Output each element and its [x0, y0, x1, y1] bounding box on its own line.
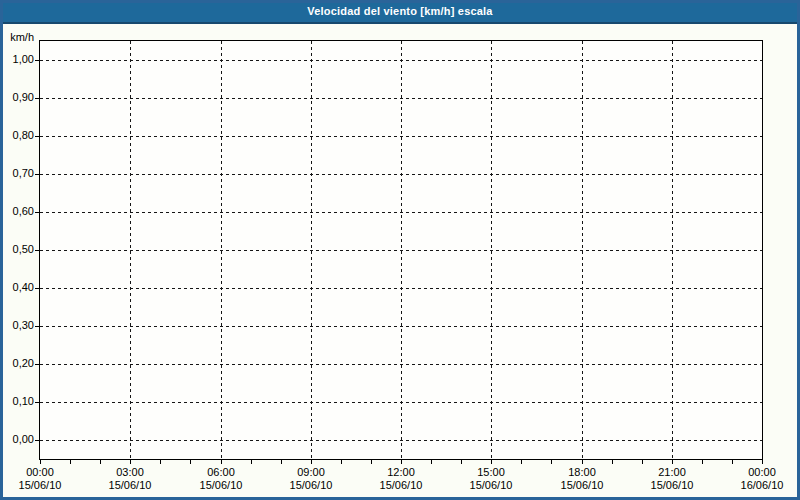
y-tick-mark	[35, 364, 39, 365]
y-tick-label: 0,00	[0, 433, 34, 446]
y-tick-label: 1,00	[0, 53, 34, 66]
x-tick-time-label: 18:00	[547, 466, 617, 478]
x-tick-mark	[70, 460, 71, 464]
x-tick-date-label: 15/06/10	[95, 479, 165, 491]
y-tick-label: 0,40	[0, 281, 34, 294]
plot-area	[39, 40, 763, 460]
y-tick-mark	[35, 288, 39, 289]
x-tick-mark	[551, 460, 552, 464]
x-tick-date-label: 15/06/10	[5, 479, 75, 491]
y-tick-label: 0,10	[0, 395, 34, 408]
chart-title-bar: Velocidad del viento [km/h] escala	[0, 0, 800, 24]
x-tick-mark	[732, 460, 733, 464]
x-tick-time-label: 06:00	[186, 466, 256, 478]
y-tick-mark	[35, 212, 39, 213]
x-tick-mark	[221, 460, 222, 464]
x-tick-mark	[341, 460, 342, 464]
x-tick-mark	[401, 460, 402, 464]
x-tick-mark	[762, 460, 763, 464]
y-tick-mark	[35, 402, 39, 403]
x-tick-time-label: 00:00	[727, 466, 797, 478]
x-gridline	[672, 41, 673, 459]
x-tick-mark	[281, 460, 282, 464]
x-gridline	[582, 41, 583, 459]
y-tick-label: 0,90	[0, 91, 34, 104]
x-tick-date-label: 16/06/10	[727, 479, 797, 491]
y-tick-label: 0,70	[0, 167, 34, 180]
x-tick-mark	[642, 460, 643, 464]
y-tick-mark	[35, 136, 39, 137]
y-tick-mark	[35, 98, 39, 99]
x-gridline	[130, 41, 131, 459]
x-tick-mark	[40, 460, 41, 464]
x-tick-date-label: 15/06/10	[637, 479, 707, 491]
y-tick-mark	[35, 60, 39, 61]
y-tick-mark	[35, 326, 39, 327]
chart-title: Velocidad del viento [km/h] escala	[307, 5, 492, 17]
x-tick-mark	[100, 460, 101, 464]
x-tick-mark	[461, 460, 462, 464]
y-tick-mark	[35, 250, 39, 251]
x-tick-mark	[672, 460, 673, 464]
y-tick-label: 0,80	[0, 129, 34, 142]
x-tick-date-label: 15/06/10	[547, 479, 617, 491]
y-axis-unit-label: km/h	[0, 31, 34, 44]
x-tick-mark	[612, 460, 613, 464]
x-tick-mark	[431, 460, 432, 464]
x-tick-mark	[130, 460, 131, 464]
y-tick-label: 0,60	[0, 205, 34, 218]
x-tick-mark	[160, 460, 161, 464]
x-gridline	[491, 41, 492, 459]
x-gridline	[311, 41, 312, 459]
x-tick-mark	[311, 460, 312, 464]
y-tick-mark	[35, 174, 39, 175]
x-gridline	[221, 41, 222, 459]
x-tick-time-label: 21:00	[637, 466, 707, 478]
x-tick-mark	[521, 460, 522, 464]
x-tick-date-label: 15/06/10	[276, 479, 346, 491]
x-tick-time-label: 15:00	[456, 466, 526, 478]
x-tick-mark	[251, 460, 252, 464]
y-tick-label: 0,50	[0, 243, 34, 256]
x-tick-mark	[582, 460, 583, 464]
x-tick-date-label: 15/06/10	[456, 479, 526, 491]
x-tick-mark	[702, 460, 703, 464]
x-tick-mark	[190, 460, 191, 464]
x-tick-time-label: 09:00	[276, 466, 346, 478]
chart-window: Velocidad del viento [km/h] escala km/h …	[0, 0, 800, 500]
y-tick-label: 0,30	[0, 319, 34, 332]
x-tick-time-label: 00:00	[5, 466, 75, 478]
y-tick-mark	[35, 440, 39, 441]
x-tick-time-label: 12:00	[366, 466, 436, 478]
x-tick-time-label: 03:00	[95, 466, 165, 478]
x-tick-mark	[371, 460, 372, 464]
x-gridline	[401, 41, 402, 459]
y-tick-label: 0,20	[0, 357, 34, 370]
x-tick-date-label: 15/06/10	[366, 479, 436, 491]
x-tick-mark	[491, 460, 492, 464]
x-tick-date-label: 15/06/10	[186, 479, 256, 491]
